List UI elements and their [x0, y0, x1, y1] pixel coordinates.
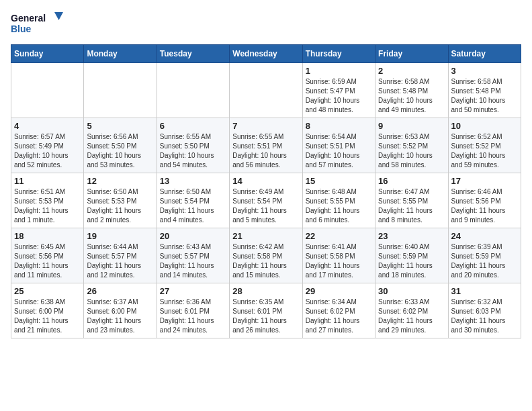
day-info: Sunrise: 6:57 AM Sunset: 5:49 PM Dayligh…	[14, 132, 81, 170]
calendar-cell: 19Sunrise: 6:44 AM Sunset: 5:57 PM Dayli…	[84, 228, 157, 283]
day-number: 20	[160, 231, 226, 241]
calendar-cell: 11Sunrise: 6:51 AM Sunset: 5:53 PM Dayli…	[11, 173, 84, 228]
calendar-cell: 31Sunrise: 6:32 AM Sunset: 6:03 PM Dayli…	[448, 283, 521, 338]
calendar-cell: 18Sunrise: 6:45 AM Sunset: 5:56 PM Dayli…	[11, 228, 84, 283]
calendar-cell: 2Sunrise: 6:58 AM Sunset: 5:48 PM Daylig…	[375, 63, 448, 118]
day-info: Sunrise: 6:50 AM Sunset: 5:53 PM Dayligh…	[87, 187, 153, 225]
header-wednesday: Wednesday	[230, 45, 302, 63]
day-info: Sunrise: 6:34 AM Sunset: 6:02 PM Dayligh…	[306, 298, 372, 335]
day-number: 23	[378, 231, 445, 241]
day-info: Sunrise: 6:44 AM Sunset: 5:57 PM Dayligh…	[87, 242, 153, 280]
day-number: 6	[160, 121, 226, 131]
calendar-cell: 20Sunrise: 6:43 AM Sunset: 5:57 PM Dayli…	[157, 228, 229, 283]
day-info: Sunrise: 6:33 AM Sunset: 6:02 PM Dayligh…	[378, 298, 445, 335]
day-info: Sunrise: 6:43 AM Sunset: 5:57 PM Dayligh…	[160, 242, 226, 280]
day-number: 12	[87, 176, 153, 186]
day-info: Sunrise: 6:39 AM Sunset: 5:59 PM Dayligh…	[451, 242, 518, 280]
week-row-3: 11Sunrise: 6:51 AM Sunset: 5:53 PM Dayli…	[11, 173, 521, 228]
header-tuesday: Tuesday	[157, 45, 229, 63]
day-number: 3	[451, 66, 518, 76]
calendar-cell: 12Sunrise: 6:50 AM Sunset: 5:53 PM Dayli…	[84, 173, 157, 228]
calendar-cell: 14Sunrise: 6:49 AM Sunset: 5:54 PM Dayli…	[230, 173, 302, 228]
day-number: 30	[378, 286, 445, 296]
calendar-cell: 9Sunrise: 6:53 AM Sunset: 5:52 PM Daylig…	[375, 118, 448, 173]
day-info: Sunrise: 6:55 AM Sunset: 5:51 PM Dayligh…	[232, 132, 299, 170]
day-info: Sunrise: 6:48 AM Sunset: 5:55 PM Dayligh…	[306, 187, 372, 225]
day-number: 9	[378, 121, 445, 131]
day-number: 7	[232, 121, 299, 131]
day-info: Sunrise: 6:54 AM Sunset: 5:51 PM Dayligh…	[306, 132, 372, 170]
day-number: 11	[14, 176, 81, 186]
calendar-cell: 28Sunrise: 6:35 AM Sunset: 6:01 PM Dayli…	[230, 283, 302, 338]
calendar-cell	[157, 63, 229, 118]
day-number: 4	[14, 121, 81, 131]
day-number: 15	[306, 176, 372, 186]
header-thursday: Thursday	[302, 45, 375, 63]
calendar-cell: 1Sunrise: 6:59 AM Sunset: 5:47 PM Daylig…	[302, 63, 375, 118]
header-sunday: Sunday	[11, 45, 84, 63]
day-info: Sunrise: 6:50 AM Sunset: 5:54 PM Dayligh…	[160, 187, 226, 225]
calendar-cell: 10Sunrise: 6:52 AM Sunset: 5:52 PM Dayli…	[448, 118, 521, 173]
day-info: Sunrise: 6:49 AM Sunset: 5:54 PM Dayligh…	[232, 187, 299, 225]
calendar-cell: 6Sunrise: 6:55 AM Sunset: 5:50 PM Daylig…	[157, 118, 229, 173]
day-info: Sunrise: 6:56 AM Sunset: 5:50 PM Dayligh…	[87, 132, 153, 170]
day-info: Sunrise: 6:32 AM Sunset: 6:03 PM Dayligh…	[451, 298, 518, 335]
day-info: Sunrise: 6:36 AM Sunset: 6:01 PM Dayligh…	[160, 298, 226, 335]
calendar-cell: 7Sunrise: 6:55 AM Sunset: 5:51 PM Daylig…	[230, 118, 302, 173]
calendar-cell: 4Sunrise: 6:57 AM Sunset: 5:49 PM Daylig…	[11, 118, 84, 173]
day-number: 5	[87, 121, 153, 131]
calendar-header-row: SundayMondayTuesdayWednesdayThursdayFrid…	[11, 45, 521, 63]
day-info: Sunrise: 6:52 AM Sunset: 5:52 PM Dayligh…	[451, 132, 518, 170]
calendar-cell: 21Sunrise: 6:42 AM Sunset: 5:58 PM Dayli…	[230, 228, 302, 283]
calendar-cell: 23Sunrise: 6:40 AM Sunset: 5:59 PM Dayli…	[375, 228, 448, 283]
calendar-cell: 29Sunrise: 6:34 AM Sunset: 6:02 PM Dayli…	[302, 283, 375, 338]
day-info: Sunrise: 6:55 AM Sunset: 5:50 PM Dayligh…	[160, 132, 226, 170]
day-info: Sunrise: 6:51 AM Sunset: 5:53 PM Dayligh…	[14, 187, 81, 225]
day-info: Sunrise: 6:58 AM Sunset: 5:48 PM Dayligh…	[451, 77, 518, 115]
day-info: Sunrise: 6:37 AM Sunset: 6:00 PM Dayligh…	[87, 298, 153, 335]
calendar-cell: 13Sunrise: 6:50 AM Sunset: 5:54 PM Dayli…	[157, 173, 229, 228]
day-number: 24	[451, 231, 518, 241]
logo-svg: General Blue	[11, 11, 64, 39]
calendar-cell: 30Sunrise: 6:33 AM Sunset: 6:02 PM Dayli…	[375, 283, 448, 338]
week-row-1: 1Sunrise: 6:59 AM Sunset: 5:47 PM Daylig…	[11, 63, 521, 118]
day-number: 31	[451, 286, 518, 296]
day-info: Sunrise: 6:35 AM Sunset: 6:01 PM Dayligh…	[232, 298, 299, 335]
day-number: 1	[306, 66, 372, 76]
logo: General Blue	[11, 11, 64, 39]
day-info: Sunrise: 6:59 AM Sunset: 5:47 PM Dayligh…	[306, 77, 372, 115]
calendar-cell: 8Sunrise: 6:54 AM Sunset: 5:51 PM Daylig…	[302, 118, 375, 173]
day-info: Sunrise: 6:46 AM Sunset: 5:56 PM Dayligh…	[451, 187, 518, 225]
day-number: 29	[306, 286, 372, 296]
day-info: Sunrise: 6:42 AM Sunset: 5:58 PM Dayligh…	[232, 242, 299, 280]
week-row-5: 25Sunrise: 6:38 AM Sunset: 6:00 PM Dayli…	[11, 283, 521, 338]
day-number: 28	[232, 286, 299, 296]
day-number: 22	[306, 231, 372, 241]
day-number: 8	[306, 121, 372, 131]
day-number: 19	[87, 231, 153, 241]
day-info: Sunrise: 6:45 AM Sunset: 5:56 PM Dayligh…	[14, 242, 81, 280]
calendar-cell: 24Sunrise: 6:39 AM Sunset: 5:59 PM Dayli…	[448, 228, 521, 283]
day-number: 27	[160, 286, 226, 296]
calendar-cell	[11, 63, 84, 118]
calendar-cell: 16Sunrise: 6:47 AM Sunset: 5:55 PM Dayli…	[375, 173, 448, 228]
day-number: 17	[451, 176, 518, 186]
calendar-cell: 3Sunrise: 6:58 AM Sunset: 5:48 PM Daylig…	[448, 63, 521, 118]
calendar-cell: 25Sunrise: 6:38 AM Sunset: 6:00 PM Dayli…	[11, 283, 84, 338]
calendar-cell: 27Sunrise: 6:36 AM Sunset: 6:01 PM Dayli…	[157, 283, 229, 338]
calendar-cell: 5Sunrise: 6:56 AM Sunset: 5:50 PM Daylig…	[84, 118, 157, 173]
calendar-cell: 17Sunrise: 6:46 AM Sunset: 5:56 PM Dayli…	[448, 173, 521, 228]
calendar-cell: 22Sunrise: 6:41 AM Sunset: 5:58 PM Dayli…	[302, 228, 375, 283]
day-info: Sunrise: 6:47 AM Sunset: 5:55 PM Dayligh…	[378, 187, 445, 225]
svg-text:General: General	[11, 13, 46, 24]
day-number: 25	[14, 286, 81, 296]
day-info: Sunrise: 6:40 AM Sunset: 5:59 PM Dayligh…	[378, 242, 445, 280]
day-number: 26	[87, 286, 153, 296]
day-number: 13	[160, 176, 226, 186]
week-row-4: 18Sunrise: 6:45 AM Sunset: 5:56 PM Dayli…	[11, 228, 521, 283]
svg-marker-2	[54, 12, 63, 20]
calendar-cell: 15Sunrise: 6:48 AM Sunset: 5:55 PM Dayli…	[302, 173, 375, 228]
day-number: 16	[378, 176, 445, 186]
week-row-2: 4Sunrise: 6:57 AM Sunset: 5:49 PM Daylig…	[11, 118, 521, 173]
header-saturday: Saturday	[448, 45, 521, 63]
